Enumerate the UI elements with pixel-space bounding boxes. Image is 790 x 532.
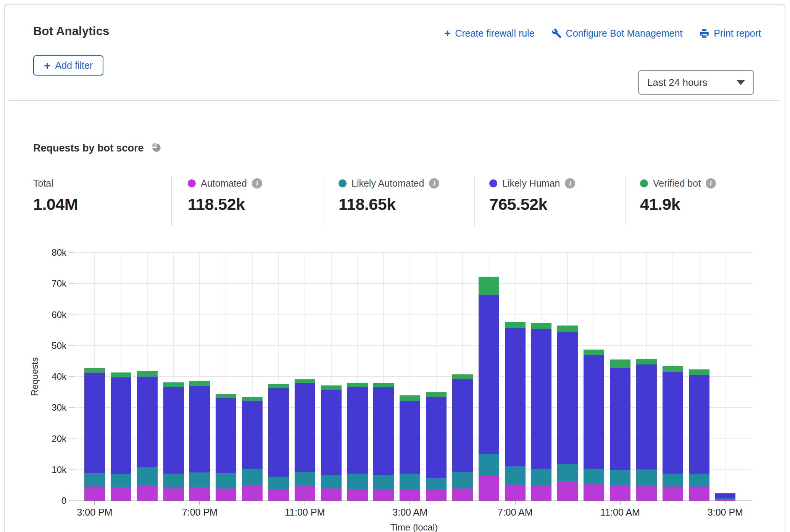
bar-segment-likely-human <box>610 368 630 470</box>
y-tick-mark <box>69 252 75 253</box>
printer-icon <box>699 28 709 39</box>
bar-segment-likely-automated <box>557 464 578 482</box>
bar-segment-likely-automated <box>163 474 184 488</box>
stat-divider <box>171 176 172 226</box>
analytics-card: Bot Analytics + Create firewall rule Con… <box>4 4 785 532</box>
bar-segment-verified-bot <box>636 359 657 365</box>
x-tick-mark <box>199 501 200 505</box>
y-axis-ticks <box>69 253 76 501</box>
bar-700pm[interactable] <box>189 381 210 501</box>
bar-segment-likely-automated <box>111 474 131 487</box>
bar-1100am[interactable] <box>610 360 630 501</box>
bar-100am[interactable] <box>347 383 368 501</box>
add-filter-label: Add filter <box>55 60 93 71</box>
bar-1200am[interactable] <box>321 385 342 501</box>
stacked-bar-chart <box>76 253 753 501</box>
bar-segment-likely-automated <box>216 473 236 488</box>
bar-segment-likely-human <box>505 328 526 466</box>
bar-200am[interactable] <box>373 383 394 501</box>
add-filter-button[interactable]: + Add filter <box>33 55 103 76</box>
bar-300pm[interactable] <box>715 493 735 501</box>
bar-segment-automated <box>242 485 263 501</box>
bar-segment-likely-human <box>295 383 315 472</box>
bar-300pm[interactable] <box>84 368 105 501</box>
bar-600am[interactable] <box>479 277 499 501</box>
bar-segment-automated <box>715 500 735 501</box>
automated-dot <box>188 179 196 187</box>
header-divider <box>9 100 780 101</box>
configure-bot-management-link[interactable]: Configure Bot Management <box>551 28 683 39</box>
bar-segment-likely-automated <box>321 475 342 488</box>
bar-segment-likely-automated <box>137 467 158 486</box>
bar-segment-automated <box>163 488 184 501</box>
bar-1000am[interactable] <box>584 350 604 501</box>
bar-800pm[interactable] <box>216 394 236 501</box>
x-tick-mark <box>410 501 410 505</box>
info-icon[interactable]: i <box>252 178 262 189</box>
bar-400pm[interactable] <box>111 372 131 501</box>
x-tick-label: 11:00 PM <box>285 507 325 518</box>
stat-automated-label: Automated <box>201 178 247 189</box>
bar-segment-likely-automated <box>689 474 709 486</box>
bar-segment-likely-human <box>452 379 473 472</box>
bar-800am[interactable] <box>531 323 551 501</box>
y-tick-label: 30k <box>52 402 66 413</box>
bar-segment-automated <box>689 487 709 501</box>
bar-segment-likely-automated <box>584 469 604 484</box>
x-axis-title: Time (local) <box>76 522 753 532</box>
verified-bot-dot <box>640 179 648 187</box>
bar-segment-verified-bot <box>505 322 526 327</box>
bar-segment-likely-automated <box>189 472 210 487</box>
bar-segment-automated <box>400 490 420 501</box>
bar-segment-likely-automated <box>531 469 551 485</box>
create-firewall-rule-link[interactable]: + Create firewall rule <box>444 27 535 39</box>
bar-segment-automated <box>216 488 236 501</box>
bar-1200pm[interactable] <box>636 359 657 501</box>
bar-segment-automated <box>137 486 158 501</box>
bar-300am[interactable] <box>400 395 420 501</box>
x-tick-mark <box>515 501 516 505</box>
stat-divider <box>324 176 324 226</box>
bar-segment-likely-human <box>479 295 499 454</box>
info-icon[interactable]: i <box>706 178 716 189</box>
bar-100pm[interactable] <box>663 366 683 501</box>
bar-700am[interactable] <box>505 322 526 501</box>
bar-segment-likely-human <box>321 390 342 475</box>
y-tick-label: 0 <box>61 495 66 506</box>
print-report-link[interactable]: Print report <box>699 28 761 39</box>
bar-segment-automated <box>111 487 131 501</box>
time-range-select[interactable]: Last 24 hours <box>638 70 754 95</box>
bar-segment-verified-bot <box>557 326 578 332</box>
stat-verified-bot: Verified bot i 41.9k <box>640 177 716 214</box>
bar-1000pm[interactable] <box>268 384 289 501</box>
bar-900am[interactable] <box>557 326 578 501</box>
y-tick-mark <box>69 469 75 470</box>
bar-segment-automated <box>426 490 447 501</box>
bar-200pm[interactable] <box>689 369 709 501</box>
bar-segment-verified-bot <box>111 372 131 378</box>
info-icon[interactable]: i <box>565 178 575 189</box>
bar-1100pm[interactable] <box>295 379 315 501</box>
x-axis-ticks <box>76 501 753 505</box>
x-tick-label: 11:00 AM <box>600 507 640 518</box>
x-tick-label: 3:00 PM <box>77 507 112 518</box>
bar-segment-automated <box>321 488 342 501</box>
bar-segment-verified-bot <box>268 384 289 388</box>
section-title: Requests by bot score <box>33 142 144 154</box>
info-icon[interactable]: i <box>429 178 439 189</box>
bar-segment-automated <box>268 490 289 501</box>
bar-500am[interactable] <box>452 374 473 501</box>
bar-400am[interactable] <box>426 392 447 501</box>
bar-500pm[interactable] <box>137 371 158 501</box>
gridline-h <box>76 345 753 346</box>
bar-segment-verified-bot <box>373 383 394 387</box>
bar-600pm[interactable] <box>163 382 184 501</box>
stat-divider <box>625 176 626 226</box>
bar-segment-automated <box>452 488 473 501</box>
bar-segment-verified-bot <box>347 383 368 387</box>
bar-segment-verified-bot <box>584 350 604 355</box>
bar-900pm[interactable] <box>242 397 263 501</box>
x-tick-mark <box>620 501 621 505</box>
stat-verified-bot-label: Verified bot <box>653 178 701 189</box>
stat-total-value: 1.04M <box>33 195 78 214</box>
